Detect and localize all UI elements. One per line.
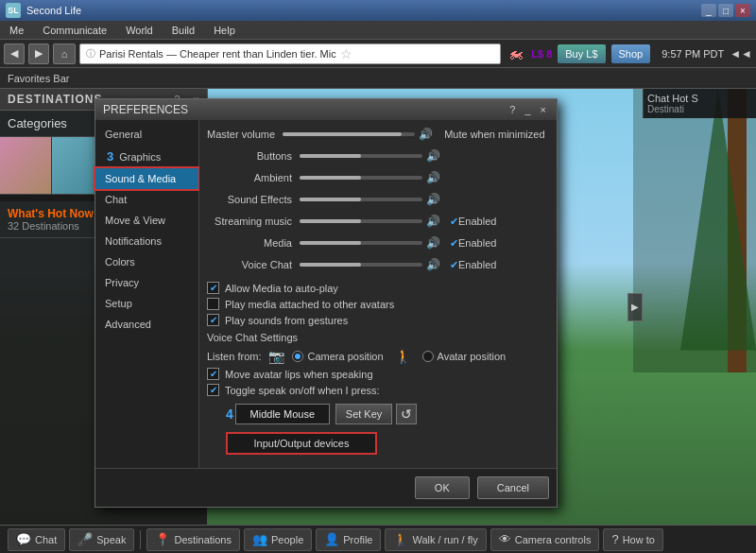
check-row-lips: ✔ Move avatar lips when speaking — [207, 368, 549, 380]
vol-icon-voice[interactable]: 🔊 — [426, 258, 440, 271]
master-vol-icon[interactable]: 🔊 — [419, 128, 433, 141]
menu-communicate[interactable]: Communicate — [39, 23, 111, 38]
separator-1 — [140, 530, 141, 549]
radio-btn-avatar[interactable] — [422, 351, 434, 362]
vol-label-music: Streaming music — [207, 216, 292, 227]
taskbar-howto[interactable]: ? How to — [603, 528, 662, 551]
preferences-title-bar: PREFERENCES ? _ × — [95, 99, 557, 120]
vol-check-media: ✔ — [450, 237, 458, 250]
pref-help-btn[interactable]: ? — [507, 103, 518, 116]
camera-controls-label: Camera controls — [515, 534, 592, 545]
address-bar[interactable]: ⓘ Parisi Rentals — Cheaper rent than Lin… — [79, 43, 501, 64]
buy-linden-button[interactable]: Buy L$ — [558, 44, 605, 63]
address-text: Parisi Rentals — Cheaper rent than Linde… — [99, 48, 336, 60]
pref-nav-advanced[interactable]: Advanced — [95, 314, 198, 335]
checkbox-other-avatars[interactable] — [207, 298, 219, 310]
menu-world[interactable]: World — [122, 23, 157, 38]
chat-hot-subtitle: Destinati — [647, 104, 752, 114]
pref-nav-graphics[interactable]: 3 Graphics — [95, 145, 198, 168]
vol-icon-buttons[interactable]: 🔊 — [426, 149, 440, 163]
vol-slider-buttons[interactable] — [300, 154, 422, 158]
menu-bar: Me Communicate World Build Help — [0, 21, 756, 40]
vol-slider-media[interactable] — [300, 241, 422, 245]
radio-label-camera: Camera position — [307, 351, 383, 362]
middle-mouse-input[interactable] — [235, 404, 330, 424]
vol-slider-ambient[interactable] — [300, 176, 422, 180]
checkbox-autoplay[interactable]: ✔ — [207, 282, 219, 294]
taskbar-profile[interactable]: 👤 Profile — [316, 528, 381, 551]
input-output-button[interactable]: Input/Output devices — [226, 432, 377, 455]
pref-nav-notifications[interactable]: Notifications — [95, 231, 198, 251]
pref-nav-general[interactable]: General — [95, 124, 198, 145]
radio-btn-camera[interactable] — [292, 351, 303, 362]
pref-nav-privacy[interactable]: Privacy — [95, 272, 198, 293]
taskbar-people[interactable]: 👥 People — [244, 528, 312, 551]
taskbar-destinations[interactable]: 📍 Destinations — [146, 528, 240, 551]
key-input-row: 4 Set Key ↺ — [226, 404, 549, 424]
menu-me[interactable]: Me — [6, 23, 27, 38]
audio-icon[interactable]: ◄◄ — [730, 47, 752, 60]
toggle-speak-label: Toggle speak on/off when I press: — [225, 385, 380, 396]
refresh-button[interactable]: ↺ — [396, 404, 417, 424]
dest-thumb-1[interactable] — [0, 137, 52, 194]
home-button[interactable]: ⌂ — [53, 43, 76, 64]
back-button[interactable]: ◀ — [4, 43, 25, 64]
master-volume-label: Master volume — [207, 129, 275, 140]
checkbox-gestures[interactable]: ✔ — [207, 314, 219, 326]
vol-slider-sfx[interactable] — [300, 198, 422, 201]
toggle-speak-row: ✔ Toggle speak on/off when I press: — [207, 384, 549, 396]
taskbar-speak[interactable]: 🎤 Speak — [69, 528, 134, 551]
vol-slider-voice[interactable] — [300, 263, 422, 267]
bookmark-icon[interactable]: ☆ — [340, 46, 352, 61]
vol-icon-music[interactable]: 🔊 — [426, 215, 440, 228]
pref-nav-colors[interactable]: Colors — [95, 251, 198, 272]
check-row-gestures: ✔ Play sounds from gestures — [207, 314, 549, 326]
cancel-button[interactable]: Cancel — [477, 476, 549, 499]
taskbar-camera[interactable]: 👁 Camera controls — [490, 528, 600, 551]
forward-button[interactable]: ▶ — [28, 43, 49, 64]
window-controls[interactable]: _ □ × — [701, 4, 750, 17]
expand-button[interactable]: ▶ — [627, 293, 643, 321]
pref-nav-chat[interactable]: Chat — [95, 189, 198, 210]
app-title: Second Life — [26, 5, 701, 16]
vol-icon-ambient[interactable]: 🔊 — [426, 171, 440, 184]
shop-button[interactable]: Shop — [611, 44, 651, 63]
ok-button[interactable]: OK — [415, 476, 470, 499]
menu-help[interactable]: Help — [210, 23, 239, 38]
taskbar-chat[interactable]: 💬 Chat — [8, 528, 65, 551]
pref-nav-setup[interactable]: Setup — [95, 293, 198, 314]
taskbar-walk[interactable]: 🚶 Walk / run / fly — [385, 528, 486, 551]
menu-build[interactable]: Build — [168, 23, 198, 38]
check-row-other-avatars: Play media attached to other avatars — [207, 298, 549, 310]
profile-label: Profile — [343, 534, 372, 545]
chat-hot-title: Chat Hot S — [647, 93, 752, 104]
pref-nav-privacy-label: Privacy — [105, 277, 139, 288]
vol-icon-media[interactable]: 🔊 — [426, 236, 440, 250]
pref-nav-setup-label: Setup — [105, 298, 132, 309]
maximize-button[interactable]: □ — [718, 4, 733, 17]
radio-avatar[interactable]: Avatar position — [422, 351, 507, 362]
pref-nav-move-label: Move & View — [105, 215, 165, 226]
linden-amount: L$ 8 — [531, 48, 552, 60]
checkbox-lips[interactable]: ✔ — [207, 368, 219, 380]
speak-icon: 🎤 — [77, 532, 93, 546]
app-logo: SL — [6, 3, 21, 18]
pref-nav-sound-media[interactable]: Sound & Media — [95, 168, 198, 189]
close-button[interactable]: × — [735, 4, 750, 17]
master-volume-slider[interactable] — [283, 132, 415, 136]
vol-enabled-music: Enabled — [458, 216, 496, 227]
pref-nav-move-view[interactable]: Move & View — [95, 210, 198, 231]
vol-check-voice: ✔ — [450, 259, 458, 271]
walk-label: Walk / run / fly — [412, 534, 477, 545]
radio-camera[interactable]: Camera position — [292, 351, 383, 362]
preferences-dialog: PREFERENCES ? _ × General 3 Graphics Sou… — [94, 98, 558, 508]
vol-icon-sfx[interactable]: 🔊 — [426, 193, 440, 206]
radio-label-avatar: Avatar position — [438, 351, 507, 362]
pref-close-btn[interactable]: × — [538, 103, 549, 116]
checkbox-toggle-speak[interactable]: ✔ — [207, 384, 219, 396]
minimize-button[interactable]: _ — [701, 4, 716, 17]
vol-slider-music[interactable] — [300, 219, 422, 223]
set-key-button[interactable]: Set Key — [335, 404, 393, 424]
address-icon: ⓘ — [86, 47, 95, 60]
pref-minimize-btn[interactable]: _ — [522, 103, 533, 116]
